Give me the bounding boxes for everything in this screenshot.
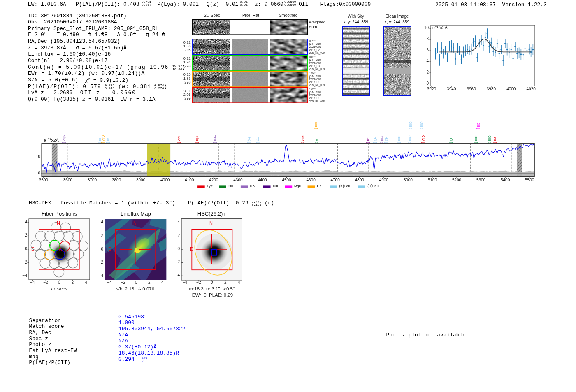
- svg-text:SiIV {: SiIV {: [301, 135, 304, 143]
- svg-text:CIV {: CIV {: [421, 135, 425, 143]
- svg-text:OIII {: OIII {: [408, 135, 411, 143]
- svg-text:Hγ {: Hγ {: [256, 137, 260, 143]
- svg-text:OIII {: OIII {: [488, 135, 491, 143]
- svg-text:SiII {: SiII {: [195, 136, 199, 143]
- svg-text:CIV {: CIV {: [101, 135, 105, 143]
- svg-text:OII {: OII {: [106, 137, 110, 143]
- svg-text:OIII {: OIII {: [420, 121, 423, 129]
- svg-text:CII {: CII {: [366, 137, 370, 143]
- svg-text:HeII {: HeII {: [493, 135, 497, 143]
- svg-text:Hβ {: Hβ {: [384, 137, 388, 143]
- svg-text:CIII {: CIII {: [380, 136, 383, 143]
- svg-text:OII {: OII {: [476, 123, 480, 129]
- svg-text:Hζ {: Hζ {: [247, 137, 251, 143]
- svg-text:HeII {: HeII {: [213, 135, 217, 143]
- svg-text:SiIV {: SiIV {: [62, 135, 66, 143]
- svg-text:Hγ {: Hγ {: [315, 137, 318, 143]
- svg-text:CIII {: CIII {: [314, 122, 318, 129]
- svg-text:OIII {: OIII {: [409, 121, 412, 129]
- svg-text:Hβ {: Hβ {: [449, 137, 453, 143]
- svg-text:OIII {: OIII {: [474, 135, 478, 143]
- svg-text:OII {: OII {: [98, 137, 102, 143]
- svg-text:Hβ {: Hβ {: [373, 137, 377, 143]
- svg-text:OIII {: OIII {: [397, 135, 401, 143]
- svg-text:NV {: NV {: [177, 136, 181, 143]
